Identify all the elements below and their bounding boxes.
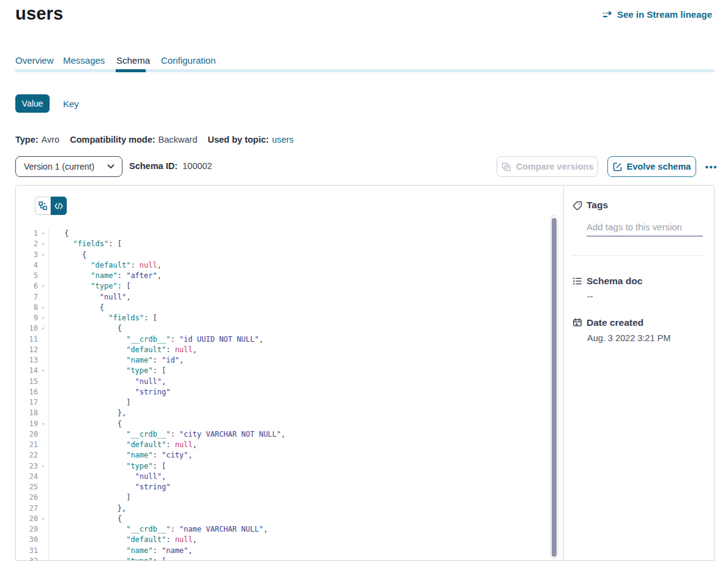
fold-toggle-icon[interactable]: ▾ [38,366,48,376]
fold-toggle-icon[interactable]: ▾ [38,323,48,334]
line-number: 18 [16,408,38,418]
code-line: 27 }, [16,503,563,514]
line-number: 14 [16,366,38,376]
code-text: }, [49,408,126,418]
code-text: { [49,228,69,239]
evolve-schema-button[interactable]: Evolve schema [607,156,696,177]
schema-doc-heading: Schema doc [587,276,642,287]
ellipsis-icon: ••• [705,162,718,172]
code-text: ] [49,492,130,503]
fold-toggle-icon[interactable]: ▾ [38,250,48,260]
line-number: 22 [16,450,38,461]
fold-spacer [38,440,48,450]
fold-toggle-icon[interactable]: ▾ [38,556,48,560]
line-number: 25 [16,482,38,492]
line-number: 32 [16,556,38,560]
line-number: 6 [16,281,38,292]
version-select[interactable]: Version 1 (current) [15,156,122,177]
fold-spacer [38,503,48,514]
code-line: 32▾ "type": [ [16,556,563,560]
line-number: 15 [16,377,38,387]
line-number: 13 [16,355,38,366]
code-text: { [49,419,122,429]
code-text: { [49,514,122,524]
line-number: 2 [16,239,38,249]
tab-configuration[interactable]: Configuration [161,55,216,66]
code-line: 25 "string" [16,482,563,492]
line-number: 24 [16,472,38,482]
compare-icon [501,162,511,171]
line-number: 16 [16,387,38,397]
code-text: "type": [ [49,461,166,472]
tag-icon [572,201,582,211]
line-number: 3 [16,250,38,260]
fold-toggle-icon[interactable]: ▾ [38,281,48,292]
stream-lineage-link[interactable]: See in Stream lineage [602,9,712,20]
code-text: { [49,323,122,334]
code-line: 20 "__crdb__": "city VARCHAR NOT NULL", [16,429,563,440]
page-title: users [15,4,63,24]
code-view-icon [54,203,63,209]
code-text: "default": null, [49,260,162,271]
line-number: 9 [16,313,38,323]
tab-overview[interactable]: Overview [15,55,54,66]
stream-lineage-icon [602,10,613,20]
list-icon [572,276,582,286]
compare-versions-button[interactable]: Compare versions [497,156,598,177]
code-view-button[interactable] [51,197,67,215]
edit-icon [613,162,622,171]
schema-sidebar: Tags Schema doc -- Date created Aug. 3 2… [563,186,714,560]
used-by-topic-link[interactable]: users [272,135,293,145]
code-line: 10▾ { [16,323,563,334]
tab-schema[interactable]: Schema [116,55,150,66]
line-number: 10 [16,323,38,334]
code-text: "default": null, [49,535,197,545]
code-text: "type": [ [49,366,166,376]
tab-messages[interactable]: Messages [63,55,105,66]
line-number: 5 [16,271,38,281]
line-number: 23 [16,461,38,472]
type-value: Avro [42,135,60,145]
code-line: 11 "__crdb__": "id UUID NOT NULL", [16,334,563,345]
line-number: 4 [16,260,38,271]
line-number: 11 [16,334,38,345]
fold-toggle-icon[interactable]: ▾ [38,228,48,239]
line-number: 26 [16,492,38,503]
schema-meta-row: Type: Avro Compatibility mode: Backward … [15,135,304,145]
code-line: 6▾ "type": [ [16,281,563,292]
tab-active-indicator [116,69,146,72]
date-created-heading: Date created [587,317,644,328]
code-line: 5 "name": "after", [16,271,563,281]
fold-spacer [38,535,48,545]
fold-toggle-icon[interactable]: ▾ [38,313,48,323]
fold-spacer [38,387,48,397]
code-line: 18 }, [16,408,563,418]
tree-view-button[interactable] [35,197,51,215]
tags-input[interactable] [587,217,703,236]
code-line: 30 "default": null, [16,535,563,545]
key-toggle-button[interactable]: Key [63,99,79,109]
code-text: "null", [49,292,130,303]
version-select-value: Version 1 (current) [24,162,107,171]
code-line: 3▾ { [16,250,563,260]
code-text: "__crdb__": "name VARCHAR NULL", [49,524,268,535]
fold-toggle-icon[interactable]: ▾ [38,514,48,524]
code-text: "__crdb__": "id UUID NOT NULL", [49,334,263,345]
code-line: 26 ] [16,492,563,503]
line-number: 21 [16,440,38,450]
code-line: 29 "__crdb__": "name VARCHAR NULL", [16,524,563,535]
code-text: { [49,250,86,260]
line-number: 30 [16,535,38,545]
code-line: 17 ] [16,397,563,408]
code-text: "string" [49,482,170,492]
value-toggle-button[interactable]: Value [15,94,50,113]
more-options-button[interactable]: ••• [702,156,721,177]
fold-spacer [38,377,48,387]
fold-toggle-icon[interactable]: ▾ [38,239,48,249]
code-text: ] [49,397,130,408]
fold-toggle-icon[interactable]: ▾ [38,461,48,472]
editor-scrollbar-thumb[interactable] [552,218,557,557]
schema-editor: 1▾{2▾ "fields": [3▾ {4 "default": null,5… [16,186,563,560]
fold-toggle-icon[interactable]: ▾ [38,303,48,313]
fold-toggle-icon[interactable]: ▾ [38,419,48,429]
